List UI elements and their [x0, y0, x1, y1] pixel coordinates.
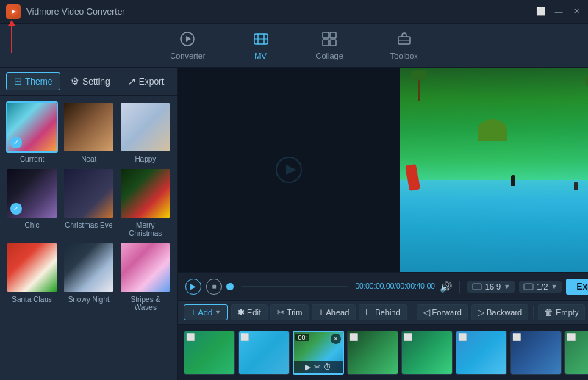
theme-thumb-merry-christmas — [119, 168, 171, 219]
theme-check-chic: ✓ — [10, 203, 22, 215]
app-logo — [6, 4, 21, 19]
play-button[interactable]: ▶ — [185, 279, 201, 295]
nav-collage[interactable]: Collage — [307, 28, 352, 63]
maximize-button[interactable]: — — [553, 6, 564, 18]
toolbar-separator — [412, 306, 412, 319]
svg-rect-10 — [323, 40, 329, 46]
theme-name-current: Current — [20, 155, 44, 163]
ahead-button[interactable]: + Ahead — [312, 304, 356, 320]
toolbar-separator-2 — [533, 306, 534, 319]
collage-icon — [321, 31, 337, 49]
tl-clock-icon[interactable]: ⏱ — [323, 362, 331, 371]
tl-img-icon-8: ⬜ — [567, 333, 576, 341]
theme-item-christmas-eve[interactable]: Christmas Eve — [62, 168, 115, 237]
export-button[interactable]: Export — [566, 279, 588, 295]
setting-btn[interactable]: ⚙ Setting — [63, 73, 117, 90]
close-button[interactable]: ✕ — [570, 6, 582, 18]
bottom-toolbar: + Add ▼ ✱ Edit ✂ Trim + Ahead ⊢ Behind — [178, 300, 588, 325]
theme-name-happy: Happy — [135, 155, 156, 163]
edit-icon: ✱ — [237, 307, 245, 318]
empty-label: Empty — [556, 308, 578, 317]
theme-thumb-santa — [6, 242, 58, 293]
forward-icon: ◁ — [423, 307, 430, 318]
forward-button[interactable]: ◁ Forward — [417, 304, 468, 320]
theme-name-santa: Santa Claus — [12, 295, 51, 304]
right-panel: ▶ ■ 00:00:00.00/00:00:40.00 🔊 16:9 ▼ 1/2… — [178, 68, 588, 380]
aspect-caret-icon: ▼ — [503, 283, 510, 290]
timeline-item-3[interactable]: 00: ✕ ▶ ✂ ⏱ — [293, 331, 344, 375]
empty-button[interactable]: 🗑 Empty — [538, 304, 585, 320]
red-arrow-indicator — [11, 24, 12, 53]
theme-item-stripes[interactable]: Stripes & Waves — [119, 242, 171, 312]
toolbox-icon — [396, 31, 412, 49]
add-icon: + — [190, 307, 196, 318]
timeline-item-7[interactable]: ⬜ — [510, 331, 562, 375]
person-1 — [511, 175, 515, 186]
converter-icon — [179, 31, 196, 49]
timeline-item-4[interactable]: ⬜ — [347, 331, 398, 375]
export-btn-left[interactable]: ↗ Export — [121, 73, 172, 90]
nav-toolbox[interactable]: Toolbox — [381, 28, 427, 63]
tl-img-icon-4: ⬜ — [349, 333, 358, 341]
timeline-item-6[interactable]: ⬜ — [456, 331, 507, 375]
svg-marker-15 — [286, 165, 296, 175]
ahead-icon: + — [318, 307, 323, 318]
theme-check-current: ✓ — [10, 137, 22, 148]
backward-button[interactable]: ▷ Backward — [471, 304, 528, 320]
video-right-pane — [400, 68, 588, 272]
stop-button[interactable]: ■ — [206, 279, 222, 295]
edit-button[interactable]: ✱ Edit — [231, 304, 268, 320]
export-icon: ↗ — [128, 76, 136, 87]
video-left-pane — [178, 68, 400, 272]
aspect-ratio-selector[interactable]: 16:9 ▼ — [467, 281, 514, 293]
tl-play-icon[interactable]: ▶ — [305, 362, 311, 372]
tl-img-icon-5: ⬜ — [404, 333, 412, 341]
backward-icon: ▷ — [478, 307, 484, 318]
theme-item-chic[interactable]: ✓ Chic — [6, 168, 58, 237]
time-display: 00:00:00.00/00:00:40.00 — [355, 282, 434, 290]
theme-item-happy[interactable]: Happy — [119, 101, 171, 163]
timeline-item-5[interactable]: ⬜ — [401, 331, 453, 375]
timeline-item-2[interactable]: ⬜ — [238, 331, 290, 375]
trim-icon: ✂ — [277, 307, 284, 318]
tl-cut-icon[interactable]: ✂ — [314, 362, 320, 372]
theme-item-neat[interactable]: Neat — [62, 101, 115, 163]
playback-bar: ▶ ■ 00:00:00.00/00:00:40.00 🔊 16:9 ▼ 1/2… — [178, 272, 588, 300]
mv-icon — [253, 31, 269, 49]
svg-marker-3 — [186, 36, 191, 42]
theme-btn[interactable]: ⊞ Theme — [6, 72, 60, 90]
nav-converter[interactable]: Converter — [161, 28, 214, 63]
video-preview — [178, 68, 588, 272]
theme-item-merry-christmas[interactable]: Merry Christmas — [119, 168, 171, 237]
theme-item-snowy[interactable]: Snowy Night — [62, 242, 115, 312]
progress-bar[interactable] — [241, 286, 348, 287]
panel-toolbar: ⊞ Theme ⚙ Setting ↗ Export — [0, 68, 177, 96]
timeline-item-8[interactable]: ⬜ — [564, 331, 588, 375]
pool-water — [400, 180, 588, 272]
add-button[interactable]: + Add ▼ — [184, 304, 228, 320]
palm-leaves-2 — [411, 70, 427, 80]
theme-name-christmas-eve: Christmas Eve — [65, 221, 112, 229]
timeline-item-1[interactable]: ⬜ — [184, 331, 235, 375]
theme-name-chic: Chic — [25, 221, 40, 229]
nav-mv[interactable]: MV — [244, 28, 278, 63]
theme-grid-icon: ⊞ — [14, 76, 22, 87]
nav-mv-label: MV — [254, 51, 267, 60]
theme-thumb-neat — [62, 101, 115, 153]
timeline: ⬜ ⬜ 00: ✕ ▶ ✂ ⏱ ⬜ — [178, 325, 588, 380]
add-label: Add — [198, 308, 212, 317]
behind-button[interactable]: ⊢ Behind — [359, 304, 406, 320]
theme-item-santa[interactable]: Santa Claus — [6, 242, 58, 312]
edit-label: Edit — [247, 308, 261, 317]
minimize-button[interactable]: ⬜ — [535, 6, 547, 18]
resolution-caret-icon: ▼ — [551, 283, 557, 290]
resolution-selector[interactable]: 1/2 ▼ — [519, 281, 562, 293]
trim-button[interactable]: ✂ Trim — [270, 304, 309, 320]
theme-thumb-chic: ✓ — [6, 168, 58, 219]
behind-icon: ⊢ — [365, 307, 373, 318]
app-title: Vidmore Video Converter — [26, 7, 535, 17]
theme-item-current[interactable]: ✓ Current — [6, 101, 58, 163]
volume-icon[interactable]: 🔊 — [440, 281, 452, 293]
tl-close-3[interactable]: ✕ — [331, 334, 341, 344]
svg-rect-9 — [330, 32, 336, 38]
